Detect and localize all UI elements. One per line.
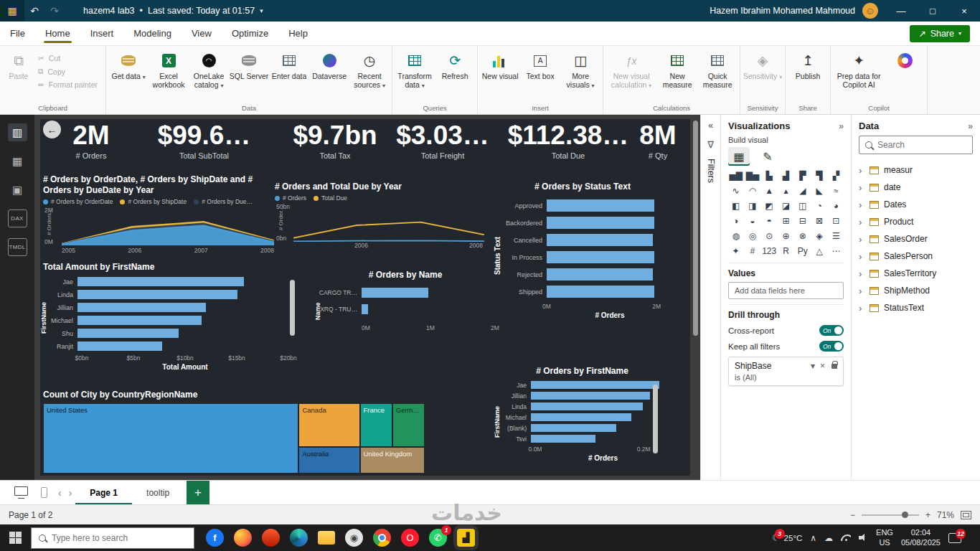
chart-scrollbar[interactable] — [653, 385, 658, 453]
copy-button[interactable]: ⧉Copy — [38, 67, 98, 76]
taskbar-search[interactable] — [31, 527, 194, 549]
bar[interactable] — [547, 234, 653, 246]
keep-all-filters-toggle[interactable]: On — [819, 341, 844, 352]
bar-row[interactable]: Cancelled — [502, 234, 673, 246]
expand-icon[interactable]: › — [859, 251, 864, 262]
visual-type-icon[interactable]: ▟ — [778, 169, 793, 182]
visual-type-icon[interactable]: ◣ — [811, 184, 826, 197]
visual-city-treemap[interactable]: Count of City by CountryRegionName Unite… — [43, 390, 425, 476]
visual-type-icon[interactable]: ⊞ — [778, 214, 793, 227]
bar-row[interactable]: Michael — [498, 413, 671, 421]
taskbar-search-input[interactable] — [52, 533, 187, 543]
visual-type-icon[interactable]: ∿ — [728, 184, 743, 197]
facebook-icon[interactable]: f — [206, 529, 224, 547]
bar-row[interactable]: Approved — [502, 199, 673, 212]
chip-remove-icon[interactable]: × — [820, 361, 825, 371]
visual-type-icon[interactable]: ⋯ — [829, 244, 844, 258]
visual-type-icon[interactable]: ▙ — [762, 169, 777, 182]
visual-type-icon[interactable]: ◈ — [811, 229, 826, 242]
show-hidden-icons-chevron[interactable]: ∧ — [810, 533, 816, 543]
bar-row[interactable]: Jillian — [43, 303, 288, 312]
visual-type-icon[interactable]: ▇▅ — [745, 169, 760, 182]
bar-row[interactable]: Ranjit — [43, 342, 288, 351]
quick-measure-button[interactable]: Quick measure — [697, 48, 738, 89]
powerbi-taskbar-icon[interactable]: ▟ — [457, 529, 475, 547]
kpi-card-total-due[interactable]: $112.38… Total Due — [496, 122, 640, 169]
bar[interactable] — [531, 413, 631, 421]
next-page-icon[interactable]: › — [65, 487, 76, 499]
bar[interactable] — [531, 435, 595, 443]
new-page-button[interactable]: + — [187, 481, 209, 505]
visual-type-icon[interactable]: ✦ — [728, 244, 743, 258]
sensitivity-button[interactable]: ◈ Sensitivity ▾ — [743, 48, 783, 80]
visual-orders-by-dates[interactable]: # Orders by OrderDate, # Orders by ShipD… — [43, 174, 274, 259]
treemap-tile[interactable]: Australia — [298, 447, 359, 474]
bar-row[interactable]: Jae — [43, 277, 288, 286]
bar[interactable] — [77, 316, 202, 325]
kpi-card-freight[interactable]: $3.03… Total Freight — [389, 122, 496, 169]
treemap-tile[interactable]: United States — [43, 403, 298, 474]
expand-icon[interactable]: › — [859, 165, 864, 176]
bar[interactable] — [531, 392, 650, 400]
data-field-row[interactable]: › SalesPerson — [859, 248, 973, 265]
visual-type-icon[interactable]: ◧ — [728, 199, 743, 212]
visual-type-icon[interactable]: ☰ — [829, 229, 844, 242]
tab-home[interactable]: Home — [35, 22, 80, 45]
data-field-row[interactable]: › date — [859, 179, 973, 196]
bar[interactable] — [531, 424, 616, 432]
legend-item[interactable]: Total Due — [314, 194, 347, 202]
bar[interactable] — [77, 303, 206, 312]
back-button[interactable]: ← — [43, 121, 61, 138]
data-field-row[interactable]: › measur — [859, 161, 973, 179]
new-visual-calculation-button[interactable]: ƒx New visual calculation ▾ — [606, 48, 657, 89]
bar-row[interactable]: Linda — [43, 290, 288, 299]
enter-data-button[interactable]: Enter data — [269, 48, 309, 80]
tmdl-view-button[interactable]: TMDL — [8, 238, 27, 256]
refresh-button[interactable]: ⟳ Refresh — [435, 48, 475, 80]
visual-type-icon[interactable]: ◫ — [795, 199, 810, 212]
visual-type-icon[interactable]: ◕ — [829, 199, 844, 212]
undo-button[interactable]: ↶ — [24, 5, 44, 17]
visual-type-icon[interactable]: ◒ — [745, 214, 760, 227]
page-tab-page1[interactable]: Page 1 — [75, 481, 132, 505]
action-center-icon[interactable]: 12 — [948, 533, 961, 543]
bar-row[interactable]: Rejected — [502, 268, 673, 281]
tab-modeling[interactable]: Modeling — [123, 22, 182, 45]
volume-icon[interactable] — [859, 534, 868, 542]
visual-type-icon[interactable]: ◪ — [778, 199, 793, 212]
maximize-button[interactable]: □ — [917, 0, 948, 22]
report-view-button[interactable]: ▥ — [8, 123, 27, 141]
tab-insert[interactable]: Insert — [80, 22, 124, 45]
desktop-layout-icon[interactable] — [14, 486, 28, 496]
visual-type-icon[interactable]: 123 — [762, 244, 777, 258]
firefox-icon[interactable] — [234, 529, 252, 547]
bar[interactable] — [547, 251, 654, 263]
table-view-button[interactable]: ▦ — [8, 152, 27, 170]
visual-type-icon[interactable]: ◎ — [745, 229, 760, 242]
cut-button[interactable]: ✂Cut — [38, 54, 98, 62]
tab-help[interactable]: Help — [278, 22, 318, 45]
visual-type-icon[interactable]: ⊕ — [778, 229, 793, 242]
legend-item[interactable]: # Orders by ShipDate — [120, 198, 187, 205]
expand-icon[interactable]: › — [859, 286, 864, 296]
data-field-row[interactable]: › SalesOrder — [859, 230, 973, 248]
kpi-card-subtotal[interactable]: $99.6… Total SubTotal — [131, 122, 278, 169]
bar[interactable] — [362, 304, 368, 314]
visual-type-icon[interactable]: ≈ — [829, 184, 844, 197]
previous-page-icon[interactable]: ‹ — [55, 487, 65, 499]
data-field-row[interactable]: › ShipMethod — [859, 282, 973, 299]
tab-optimize[interactable]: Optimize — [222, 22, 278, 45]
onelake-catalog-button[interactable]: ◠ OneLake catalog ▾ — [189, 48, 229, 89]
visual-type-icon[interactable]: ◨ — [745, 199, 760, 212]
edge-icon[interactable] — [290, 529, 308, 547]
bar-row[interactable]: Shipped — [502, 286, 673, 298]
visual-orders-by-status[interactable]: # Orders by Status Text Status Text Appr… — [492, 182, 673, 336]
visual-type-icon[interactable]: ◩ — [762, 199, 777, 212]
weather-widget[interactable]: ☾3 25°C — [766, 532, 802, 543]
bar-row[interactable]: XRQ - TRU… — [316, 304, 495, 314]
tab-file[interactable]: File — [0, 22, 35, 45]
format-visual-mode-icon[interactable]: ✎ — [757, 147, 778, 166]
copilot-button[interactable] — [885, 48, 925, 70]
collapse-data-icon[interactable]: » — [968, 121, 973, 131]
legend-item[interactable]: # Orders — [275, 194, 306, 202]
